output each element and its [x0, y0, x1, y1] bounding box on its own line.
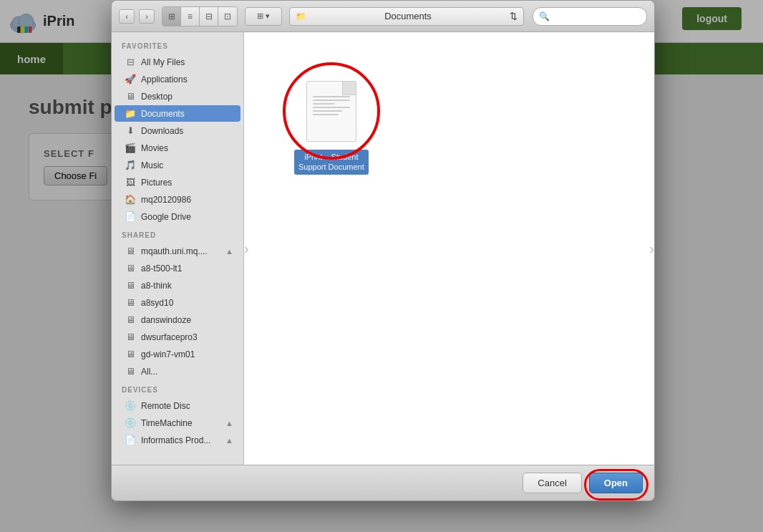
documents-label: Documents	[141, 109, 185, 119]
location-arrows: ⇅	[510, 11, 517, 21]
music-icon: 🎵	[125, 160, 136, 170]
sidebar-item-documents[interactable]: 📁 Documents	[115, 105, 240, 122]
movies-label: Movies	[141, 143, 168, 153]
applications-label: Applications	[141, 74, 188, 84]
arrange-icon: ⊞	[257, 11, 263, 21]
movies-icon: 🎬	[125, 142, 136, 153]
file-label: iPrint – StudentSupport Document	[294, 150, 369, 175]
music-label: Music	[141, 160, 163, 170]
scroll-arrow-left[interactable]: ›	[244, 241, 249, 257]
sidebar-item-all[interactable]: 🖥 All...	[115, 363, 240, 379]
sidebar-item-music[interactable]: 🎵 Music	[115, 157, 240, 173]
remote-disc-icon: 💿	[125, 400, 136, 411]
view-cover-button[interactable]: ⊡	[218, 7, 237, 26]
sidebar-item-movies[interactable]: 🎬 Movies	[115, 140, 240, 156]
sidebar-item-google-drive[interactable]: 📄 Google Drive	[115, 208, 240, 225]
sidebar-item-a8-think[interactable]: 🖥 a8-think	[115, 277, 240, 294]
sidebar-item-remote-disc[interactable]: 💿 Remote Disc	[115, 397, 240, 414]
open-button-label: Open	[604, 478, 628, 488]
sidebar-item-mq20120986[interactable]: 🏠 mq20120986	[115, 191, 240, 208]
sidebar-item-applications[interactable]: 🚀 Applications	[115, 71, 240, 87]
sidebar-item-informatics[interactable]: 📄 Informatics Prod... ▲	[115, 432, 240, 448]
dialog-toolbar: ‹ › ⊞ ≡ ⊟ ⊡ ⊞ ▾ 📁 Documents ⇅ 🔍	[112, 1, 654, 32]
doc-line-4	[313, 107, 350, 108]
file-icon-wrapper	[296, 75, 367, 147]
view-list-button[interactable]: ≡	[181, 7, 200, 26]
all-my-files-icon: ⊟	[125, 57, 136, 67]
downloads-icon: ⬇	[125, 125, 136, 136]
a8syd10-icon: 🖥	[125, 297, 136, 308]
time-machine-eject-icon: ▲	[225, 419, 233, 427]
danswindoze-icon: 🖥	[125, 314, 136, 325]
a8-t500-lt1-label: a8-t500-lt1	[141, 263, 182, 274]
documents-icon: 📁	[125, 108, 136, 119]
dialog-sidebar: FAVORITES ⊟ All My Files 🚀 Applications …	[112, 32, 244, 465]
google-drive-icon: 📄	[125, 211, 136, 222]
doc-line-2	[313, 100, 350, 101]
all-label: All...	[141, 367, 157, 377]
a8-t500-lt1-icon: 🖥	[125, 263, 136, 274]
sidebar-item-dwsurfacepro3[interactable]: 🖥 dwsurfacepro3	[115, 329, 240, 345]
gd-win7-vm01-label: gd-win7-vm01	[141, 349, 195, 359]
downloads-label: Downloads	[141, 126, 183, 136]
informatics-icon: 📄	[125, 435, 136, 445]
dwsurfacepro3-icon: 🖥	[125, 332, 136, 342]
danswindoze-label: danswindoze	[141, 315, 191, 325]
mqauth-label: mqauth.uni.mq....	[141, 246, 208, 256]
all-my-files-label: All My Files	[141, 57, 185, 67]
sidebar-item-desktop[interactable]: 🖥 Desktop	[115, 88, 240, 105]
a8syd10-label: a8syd10	[141, 298, 173, 308]
dialog-body: FAVORITES ⊟ All My Files 🚀 Applications …	[112, 32, 654, 465]
doc-line-6	[313, 114, 339, 115]
informatics-label: Informatics Prod...	[141, 435, 210, 445]
view-buttons: ⊞ ≡ ⊟ ⊡	[162, 6, 238, 26]
pictures-icon: 🖼	[125, 177, 136, 188]
google-drive-label: Google Drive	[141, 212, 191, 222]
doc-line-1	[313, 96, 350, 97]
sidebar-item-a8-t500-lt1[interactable]: 🖥 a8-t500-lt1	[115, 260, 240, 276]
doc-line-5	[313, 110, 343, 112]
view-icon-button[interactable]: ⊞	[162, 7, 181, 26]
gd-win7-vm01-icon: 🖥	[125, 349, 136, 359]
arrange-dropdown-icon: ▾	[266, 11, 270, 21]
dialog-main: › ›	[244, 32, 654, 465]
sidebar-item-pictures[interactable]: 🖼 Pictures	[115, 174, 240, 190]
sidebar-item-danswindoze[interactable]: 🖥 danswindoze	[115, 311, 240, 328]
all-icon: 🖥	[125, 366, 136, 377]
file-dialog: ‹ › ⊞ ≡ ⊟ ⊡ ⊞ ▾ 📁 Documents ⇅ 🔍 FAVORITE…	[111, 0, 655, 501]
informatics-eject-icon: ▲	[225, 436, 233, 445]
search-icon: 🔍	[539, 11, 550, 21]
applications-icon: 🚀	[125, 74, 136, 84]
dwsurfacepro3-label: dwsurfacepro3	[141, 332, 198, 342]
favorites-section-label: FAVORITES	[112, 37, 243, 53]
a8-think-icon: 🖥	[125, 280, 136, 291]
location-label: Documents	[384, 11, 432, 21]
location-dropdown[interactable]: 📁 Documents ⇅	[289, 7, 524, 26]
sidebar-item-a8syd10[interactable]: 🖥 a8syd10	[115, 294, 240, 311]
open-button[interactable]: Open	[589, 473, 643, 493]
location-icon: 📁	[296, 11, 306, 21]
back-button[interactable]: ‹	[119, 9, 135, 24]
search-box[interactable]: 🔍	[533, 7, 647, 26]
sidebar-item-time-machine[interactable]: 💿 TimeMachine ▲	[115, 415, 240, 431]
arrange-button[interactable]: ⊞ ▾	[245, 7, 282, 26]
view-column-button[interactable]: ⊟	[200, 7, 218, 26]
a8-think-label: a8-think	[141, 281, 172, 291]
doc-line-3	[313, 103, 335, 105]
scroll-arrow-right[interactable]: ›	[649, 241, 654, 257]
document-icon	[306, 81, 356, 142]
mq20120986-label: mq20120986	[141, 195, 191, 205]
mq20120986-icon: 🏠	[125, 194, 136, 205]
forward-button[interactable]: ›	[139, 9, 155, 24]
devices-section-label: DEVICES	[112, 380, 243, 397]
file-item[interactable]: iPrint – StudentSupport Document	[294, 75, 369, 175]
sidebar-item-mqauth[interactable]: 🖥 mqauth.uni.mq.... ▲	[115, 243, 240, 259]
desktop-icon: 🖥	[125, 91, 136, 102]
pictures-label: Pictures	[141, 178, 172, 188]
shared-section-label: SHARED	[112, 226, 243, 242]
sidebar-item-all-my-files[interactable]: ⊟ All My Files	[115, 54, 240, 70]
cancel-button[interactable]: Cancel	[523, 473, 581, 493]
desktop-label: Desktop	[141, 92, 172, 102]
sidebar-item-gd-win7-vm01[interactable]: 🖥 gd-win7-vm01	[115, 346, 240, 362]
sidebar-item-downloads[interactable]: ⬇ Downloads	[115, 122, 240, 139]
